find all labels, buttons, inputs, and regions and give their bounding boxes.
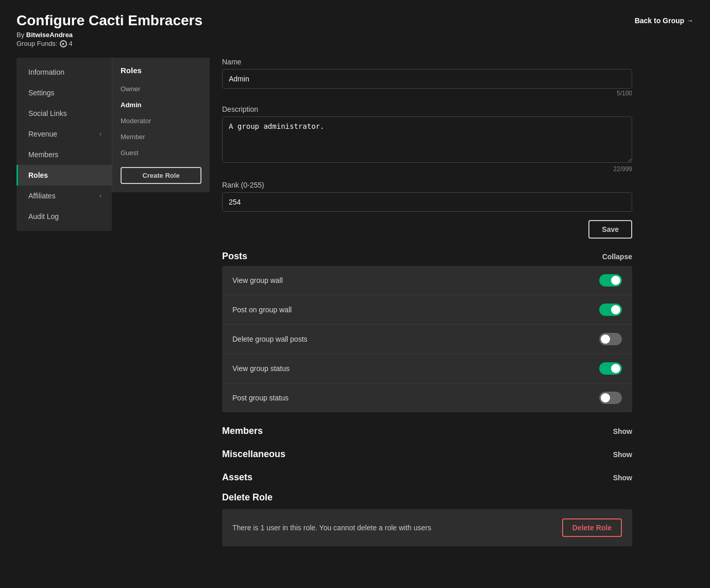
posts-section-title: Posts	[222, 251, 247, 262]
rank-field-section: Rank (0-255)	[222, 181, 632, 212]
posts-section: Posts Collapse View group wall	[222, 251, 632, 412]
name-label: Name	[222, 58, 632, 66]
roles-panel: Roles Owner Admin Moderator Member Guest…	[112, 58, 210, 192]
by-label: By	[16, 31, 24, 39]
header-left: Configure Cacti Embracers By BitwiseAndr…	[16, 12, 202, 47]
posts-collapse-button[interactable]: Collapse	[602, 253, 632, 261]
sidebar: Information Settings Social Links Revenu…	[16, 58, 112, 231]
role-item-owner[interactable]: Owner	[112, 81, 210, 97]
sidebar-item-information[interactable]: Information	[16, 62, 112, 82]
sidebar-item-roles[interactable]: Roles	[16, 165, 112, 186]
sidebar-label-information: Information	[28, 68, 64, 76]
rank-input[interactable]	[222, 192, 632, 212]
delete-role-button[interactable]: Delete Role	[562, 518, 622, 537]
group-funds: Group Funds: ● 4	[16, 40, 202, 47]
delete-role-box: There is 1 user in this role. You cannot…	[222, 509, 632, 546]
sidebar-label-revenue: Revenue	[28, 130, 57, 138]
page-title: Configure Cacti Embracers	[16, 12, 202, 29]
toggle-label-delete-group-wall-posts: Delete group wall posts	[232, 335, 308, 343]
misc-section-header: Miscellaneous Show	[222, 446, 632, 463]
toggle-view-group-wall[interactable]	[599, 274, 622, 287]
sidebar-label-members: Members	[28, 150, 58, 159]
toggle-delete-group-wall-posts[interactable]	[599, 333, 622, 345]
chevron-right-icon: ›	[99, 130, 102, 138]
delete-role-section: Delete Role There is 1 user in this role…	[222, 492, 632, 546]
sidebar-label-settings: Settings	[28, 89, 55, 97]
description-textarea[interactable]: A group administrator.	[222, 116, 632, 163]
save-button[interactable]: Save	[588, 220, 632, 239]
toggle-label-view-group-status: View group status	[232, 364, 290, 373]
toggle-post-on-group-wall[interactable]	[599, 304, 622, 316]
page-container: Configure Cacti Embracers By BitwiseAndr…	[0, 0, 710, 588]
name-field-section: Name 5/100	[222, 58, 632, 97]
role-item-admin[interactable]: Admin	[112, 97, 210, 113]
sidebar-label-affiliates: Affiliates	[28, 192, 56, 200]
sidebar-label-social-links: Social Links	[28, 109, 67, 117]
misc-show-button[interactable]: Show	[613, 450, 632, 459]
description-char-count: 22/999	[222, 165, 632, 173]
role-item-moderator[interactable]: Moderator	[112, 113, 210, 129]
toggle-row-delete-group-wall-posts: Delete group wall posts	[222, 325, 632, 354]
toggle-row-post-group-status: Post group status	[222, 383, 632, 412]
role-item-guest[interactable]: Guest	[112, 145, 210, 161]
posts-toggle-section: View group wall Post on group wall	[222, 266, 632, 412]
sidebar-label-roles: Roles	[28, 171, 48, 179]
toggle-row-view-group-status: View group status	[222, 354, 632, 383]
members-section: Members Show	[222, 423, 632, 440]
name-input[interactable]	[222, 69, 632, 89]
group-funds-label: Group Funds:	[16, 40, 58, 47]
main-content: Name 5/100 Description A group administr…	[210, 58, 632, 572]
rank-label: Rank (0-255)	[222, 181, 632, 189]
create-role-button[interactable]: Create Role	[121, 167, 201, 184]
username: BitwiseAndrea	[26, 31, 73, 39]
description-field-section: Description A group administrator. 22/99…	[222, 105, 632, 173]
toggle-view-group-status[interactable]	[599, 362, 622, 375]
description-label: Description	[222, 105, 632, 113]
assets-section-title: Assets	[222, 472, 252, 483]
name-char-count: 5/100	[222, 90, 632, 97]
header-meta: By BitwiseAndrea	[16, 31, 202, 39]
group-funds-value: 4	[69, 40, 73, 47]
toggle-label-view-group-wall: View group wall	[232, 276, 283, 284]
misc-section: Miscellaneous Show	[222, 446, 632, 463]
assets-section-header: Assets Show	[222, 469, 632, 486]
sidebar-item-revenue[interactable]: Revenue ›	[16, 124, 112, 144]
posts-section-header: Posts Collapse	[222, 251, 632, 262]
sidebar-item-settings[interactable]: Settings	[16, 82, 112, 103]
sidebar-item-affiliates[interactable]: Affiliates ›	[16, 186, 112, 206]
members-section-title: Members	[222, 426, 263, 436]
members-show-button[interactable]: Show	[613, 427, 632, 435]
assets-show-button[interactable]: Show	[613, 474, 632, 482]
save-row: Save	[222, 220, 632, 239]
roles-panel-title: Roles	[112, 66, 210, 81]
chevron-right-icon-affiliates: ›	[99, 192, 102, 199]
misc-section-title: Miscellaneous	[222, 449, 285, 460]
members-section-header: Members Show	[222, 423, 632, 440]
sidebar-item-members[interactable]: Members	[16, 144, 112, 165]
page-header: Configure Cacti Embracers By BitwiseAndr…	[16, 12, 694, 47]
sidebar-label-audit-log: Audit Log	[28, 212, 59, 221]
delete-role-message: There is 1 user in this role. You cannot…	[232, 524, 431, 532]
toggle-row-view-group-wall: View group wall	[222, 266, 632, 295]
toggle-label-post-group-status: Post group status	[232, 394, 289, 402]
back-to-group-link[interactable]: Back to Group →	[635, 16, 694, 25]
role-item-member[interactable]: Member	[112, 129, 210, 145]
delete-role-title: Delete Role	[222, 492, 632, 503]
assets-section: Assets Show	[222, 469, 632, 486]
main-layout: Information Settings Social Links Revenu…	[16, 58, 694, 572]
sidebar-item-social-links[interactable]: Social Links	[16, 103, 112, 124]
robux-icon: ●	[60, 40, 67, 47]
toggle-row-post-on-group-wall: Post on group wall	[222, 295, 632, 325]
sidebar-item-audit-log[interactable]: Audit Log	[16, 206, 112, 227]
toggle-post-group-status[interactable]	[599, 392, 622, 404]
toggle-label-post-on-group-wall: Post on group wall	[232, 306, 292, 314]
